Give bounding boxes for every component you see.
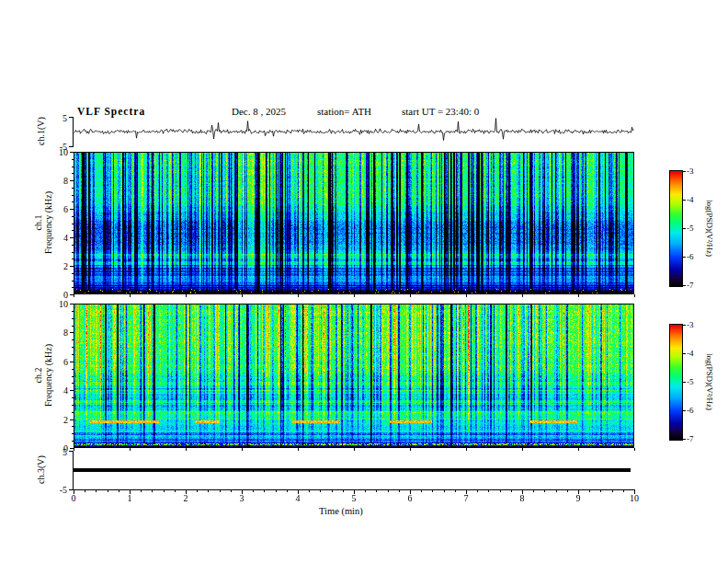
spec1-x-tick — [634, 294, 635, 297]
spec2-y-major-tick — [70, 362, 74, 362]
spec1-y-minor-tick — [72, 216, 74, 217]
x-minor-tick — [421, 489, 422, 492]
x-minor-tick — [264, 489, 265, 492]
x-minor-tick — [556, 489, 557, 492]
x-minor-tick — [208, 489, 209, 492]
ch1-spectrogram-panel — [74, 152, 634, 294]
x-tick-label: 7 — [464, 493, 469, 503]
spec2-y-tick-label: 4 — [63, 385, 68, 396]
colorbar-tick — [683, 325, 686, 326]
x-minor-tick — [376, 489, 377, 492]
spec1-x-tick — [578, 294, 579, 297]
spec2-x-tick — [578, 448, 579, 451]
x-tick-label: 3 — [240, 493, 245, 503]
spec1-x-tick — [130, 294, 131, 297]
spec2-x-tick — [410, 448, 411, 451]
x-minor-tick — [612, 489, 613, 492]
spec2-x-tick — [522, 448, 523, 451]
x-minor-tick — [152, 489, 153, 492]
ch3wave-tick — [69, 451, 73, 452]
x-tick-label: 10 — [630, 493, 639, 503]
spec1-y-tick-label: 4 — [63, 233, 68, 243]
spec2-y-minor-tick — [72, 369, 74, 370]
colorbar-ch1-label: log(PSD)(V²/Hz) — [705, 187, 714, 270]
x-minor-tick — [276, 489, 277, 492]
ch1wave-tick-label: 5 — [63, 113, 67, 123]
ch2-frequency-axis-label: ch.2 Frequency (kHz) — [33, 306, 53, 444]
colorbar-ch2 — [669, 324, 683, 441]
x-minor-tick — [108, 489, 108, 492]
spec1-y-major-tick — [70, 266, 74, 267]
date-label: Dec. 8 , 2025 — [232, 106, 286, 117]
spec2-y-major-tick — [70, 390, 74, 391]
spec2-y-minor-tick — [72, 426, 74, 427]
x-minor-tick — [164, 489, 165, 492]
x-minor-tick — [589, 489, 590, 492]
spec1-y-minor-tick — [72, 201, 74, 202]
x-tick-label: 9 — [576, 493, 581, 503]
x-minor-tick — [511, 489, 512, 492]
spec2-y-major-tick — [70, 332, 74, 333]
ch3-flat-trace — [74, 468, 631, 472]
spec2-x-tick — [466, 448, 467, 451]
x-minor-tick — [365, 489, 366, 492]
x-minor-tick — [332, 489, 333, 492]
colorbar-tick — [683, 353, 686, 354]
x-tick-label: 2 — [184, 493, 188, 503]
spec2-y-minor-tick — [72, 354, 74, 355]
spec2-y-minor-tick — [72, 405, 74, 406]
spec1-x-tick — [354, 294, 355, 297]
spec1-x-tick — [298, 294, 299, 297]
spec1-x-tick — [410, 294, 411, 297]
colorbar-tick-label: -3 — [687, 167, 694, 176]
ch1-waveform-plot — [74, 117, 634, 146]
spec2-y-minor-tick — [72, 433, 74, 434]
x-minor-tick — [600, 489, 601, 492]
spec2-x-tick — [242, 448, 243, 451]
spec1-x-tick — [74, 294, 74, 297]
spec2-y-tick-label: 2 — [63, 414, 68, 424]
spec2-y-minor-tick — [72, 347, 74, 348]
x-minor-tick — [623, 489, 624, 492]
spec2-x-tick — [186, 448, 187, 451]
x-minor-tick — [399, 489, 400, 492]
x-tick-label: 6 — [408, 493, 413, 503]
spec1-y-major-tick — [70, 152, 74, 153]
ch3wave-tick-label: -5 — [60, 485, 67, 495]
x-minor-tick — [141, 489, 142, 492]
x-tick-label: 8 — [520, 493, 525, 503]
spec2-y-minor-tick — [72, 441, 74, 442]
x-axis-title: Time (min) — [319, 506, 363, 516]
ch2-axis-line1: ch.2 — [33, 306, 43, 444]
spec2-y-minor-tick — [72, 318, 74, 319]
spec2-y-major-tick — [70, 448, 74, 449]
spec1-y-tick-label: 2 — [63, 261, 68, 271]
spec1-y-minor-tick — [72, 287, 74, 288]
spec1-y-minor-tick — [72, 173, 74, 174]
x-minor-tick — [544, 489, 545, 492]
ch1wave-tick — [69, 117, 73, 118]
spec2-x-tick — [74, 448, 74, 451]
x-minor-tick — [444, 489, 445, 492]
ch1-axis-line1: ch.1 — [33, 154, 43, 292]
spec2-y-minor-tick — [72, 397, 74, 398]
x-minor-tick — [477, 489, 478, 492]
spec1-y-minor-tick — [72, 252, 74, 253]
spec1-y-minor-tick — [72, 273, 74, 274]
colorbar-tick-label: -6 — [687, 406, 694, 415]
spec2-y-minor-tick — [72, 311, 74, 312]
colorbar-tick-label: -3 — [687, 320, 694, 329]
spec1-y-minor-tick — [72, 230, 74, 231]
vlf-spectra-figure: VLF Spectra Dec. 8 , 2025 station= ATH s… — [0, 0, 728, 563]
ch3-wave-axis-line — [73, 451, 74, 490]
x-minor-tick — [231, 489, 232, 492]
colorbar-tick-label: -4 — [687, 349, 694, 358]
spec1-y-major-tick — [70, 294, 74, 295]
colorbar-tick — [683, 171, 686, 172]
x-minor-tick — [197, 489, 198, 492]
spec1-y-minor-tick — [72, 159, 74, 160]
x-minor-tick — [533, 489, 534, 492]
spec2-y-minor-tick — [72, 339, 74, 340]
plot-title: VLF Spectra — [77, 106, 145, 117]
x-minor-tick — [85, 489, 85, 492]
